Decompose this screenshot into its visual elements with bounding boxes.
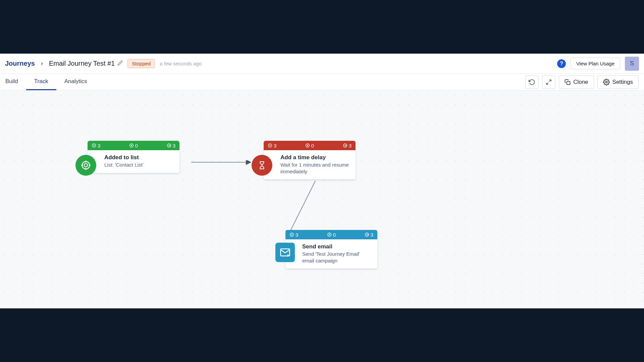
stat-in: 3 (274, 143, 276, 148)
flow-active-icon (327, 232, 332, 237)
node-send-email[interactable]: 3 0 3 Send email Send 'Test Journey Emai… (273, 230, 377, 268)
settings-button[interactable]: Settings (597, 75, 639, 89)
expand-button[interactable] (542, 75, 555, 89)
flow-out-icon (167, 143, 171, 148)
svg-line-0 (549, 80, 551, 81)
stat-out: 3 (173, 143, 175, 148)
flow-out-icon (365, 232, 369, 237)
svg-point-11 (82, 162, 90, 169)
stat-active: 0 (135, 143, 138, 148)
gear-icon (603, 79, 610, 85)
svg-point-3 (605, 81, 607, 83)
flow-active-icon (305, 143, 310, 148)
stat-out: 3 (371, 232, 373, 238)
subnav: Build Track Analytics Clone Settings (0, 74, 644, 90)
view-plan-usage-button[interactable]: View Plan Usage (571, 58, 620, 69)
tab-track[interactable]: Track (26, 74, 56, 90)
stat-out: 3 (349, 143, 352, 148)
connector-1 (0, 90, 644, 308)
hourglass-icon (252, 155, 272, 176)
timestamp: a few seconds ago (160, 61, 202, 66)
node-subtitle: List: 'Contact List' (104, 162, 175, 168)
copy-icon (565, 79, 571, 85)
clone-button[interactable]: Clone (559, 75, 594, 89)
node-subtitle: Send 'Test Journey Email' email campaign (302, 251, 373, 264)
svg-point-12 (84, 164, 88, 167)
tab-build[interactable]: Build (5, 74, 26, 90)
header-bar: Journeys Email Journey Test #1 Stopped a… (0, 54, 644, 74)
clone-label: Clone (573, 79, 588, 85)
node-title: Send email (302, 243, 373, 250)
breadcrumb-root[interactable]: Journeys (5, 60, 35, 67)
node-title: Added to list (104, 154, 175, 161)
node-time-delay[interactable]: 3 0 3 Add a time delay Wait for 1 minute… (252, 141, 356, 179)
mail-icon (275, 243, 295, 262)
node-subtitle: Wait for 1 minutes and resume immediatel… (280, 162, 351, 175)
settings-label: Settings (612, 79, 633, 85)
node-stats: 3 0 3 (88, 141, 179, 150)
tab-analytics[interactable]: Analytics (56, 74, 95, 90)
flow-in-icon (268, 143, 272, 148)
stat-active: 0 (333, 232, 336, 238)
flow-active-icon (129, 143, 134, 148)
svg-point-6 (92, 144, 96, 147)
svg-line-5 (288, 181, 315, 235)
svg-point-17 (268, 144, 272, 147)
help-icon[interactable]: ? (557, 59, 566, 68)
avatar[interactable]: S (625, 57, 639, 71)
stat-in: 3 (296, 232, 298, 238)
journey-canvas[interactable]: 3 0 3 Added to list List: 'Contact List'… (0, 90, 644, 308)
node-stats: 3 0 3 (264, 141, 356, 150)
svg-point-22 (290, 233, 294, 237)
breadcrumb-current: Email Journey Test #1 (49, 60, 115, 67)
stat-in: 3 (98, 143, 100, 148)
node-added-to-list[interactable]: 3 0 3 Added to list List: 'Contact List' (75, 141, 179, 173)
node-stats: 3 0 3 (285, 230, 377, 239)
undo-button[interactable] (525, 75, 539, 89)
app-container: Journeys Email Journey Test #1 Stopped a… (0, 54, 644, 308)
stat-active: 0 (311, 143, 314, 148)
node-title: Add a time delay (280, 154, 351, 161)
svg-line-1 (546, 82, 548, 84)
status-badge: Stopped (127, 59, 155, 68)
flow-in-icon (289, 232, 294, 237)
target-icon (75, 155, 96, 176)
flow-out-icon (343, 143, 347, 148)
breadcrumb-chevron-icon (40, 61, 44, 66)
svg-rect-2 (567, 81, 570, 84)
edit-name-icon[interactable] (117, 60, 123, 67)
flow-in-icon (92, 143, 96, 148)
